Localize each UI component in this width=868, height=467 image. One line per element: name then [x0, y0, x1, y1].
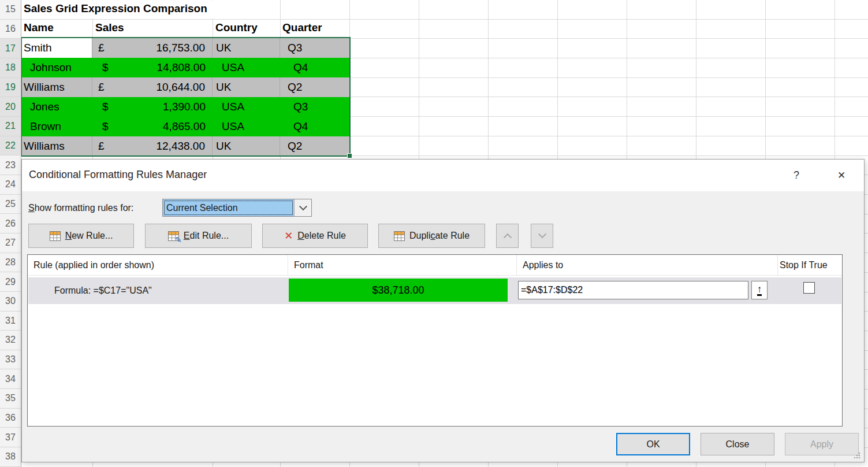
- row-header-15[interactable]: 15: [0, 0, 21, 20]
- amount: 4,865.00: [163, 120, 206, 133]
- delete-rule-label: Delete Rule: [297, 231, 346, 241]
- row-header-38[interactable]: 38: [0, 447, 21, 467]
- new-rule-button[interactable]: New Rule...: [28, 224, 134, 248]
- currency-symbol: $: [102, 120, 109, 133]
- column-header-country[interactable]: Country: [215, 21, 258, 34]
- resize-grip[interactable]: [854, 452, 860, 459]
- table-grid-icon: [394, 231, 405, 241]
- help-icon[interactable]: ?: [788, 166, 805, 184]
- cell-a21[interactable]: Brown: [21, 117, 92, 136]
- cell-c20[interactable]: USA: [213, 97, 280, 117]
- cell-d20[interactable]: Q3: [280, 97, 349, 117]
- cell-c21[interactable]: USA: [213, 117, 280, 136]
- edit-rule-button[interactable]: ✎ Edit Rule...: [145, 224, 252, 248]
- row-header-18[interactable]: 18: [0, 58, 21, 78]
- cell-d18[interactable]: Q4: [280, 58, 349, 77]
- chevron-down-icon[interactable]: [294, 199, 311, 216]
- cell-d21[interactable]: Q4: [280, 117, 349, 136]
- sheet-title[interactable]: Sales Grid Expression Comparison: [24, 2, 207, 15]
- row-header-24[interactable]: 24: [0, 175, 21, 195]
- row-header-17[interactable]: 17: [0, 39, 21, 58]
- cell-d22[interactable]: Q2: [280, 136, 349, 156]
- row-header-34[interactable]: 34: [0, 369, 21, 389]
- dropdown-selected-value: Current Selection: [163, 199, 294, 216]
- row-header-25[interactable]: 25: [0, 195, 21, 214]
- show-formatting-rules-label: Show formatting rules for:: [28, 203, 133, 213]
- range-selector-button[interactable]: ↑: [751, 281, 768, 299]
- close-icon[interactable]: ✕: [833, 166, 850, 184]
- sheet-row-20: Jones $ 1,390.00 USA Q3: [21, 97, 349, 117]
- column-header-quarter[interactable]: Quarter: [282, 21, 322, 34]
- chevron-up-icon: [503, 233, 511, 242]
- cell-c22[interactable]: UK: [213, 136, 280, 156]
- cell-a19[interactable]: Williams: [21, 77, 92, 97]
- show-rules-for-dropdown[interactable]: Current Selection: [162, 199, 312, 217]
- row-header-28[interactable]: 28: [0, 253, 21, 273]
- currency-symbol: £: [98, 140, 105, 153]
- ok-button[interactable]: OK: [616, 433, 690, 455]
- row-header-29[interactable]: 29: [0, 272, 21, 292]
- close-button[interactable]: Close: [701, 433, 774, 455]
- amount: 10,644.00: [156, 81, 205, 94]
- row-header-36[interactable]: 36: [0, 409, 21, 428]
- row-header-column: 15 16 17 18 19 20 21 22 23 24 25 26 27 2…: [0, 0, 21, 467]
- duplicate-rule-label: Duplicate Rule: [409, 231, 470, 241]
- delete-rule-button[interactable]: ✕ Delete Rule: [262, 224, 368, 248]
- amount: 16,753.00: [156, 42, 205, 54]
- excel-window: 15 16 17 18 19 20 21 22 23 24 25 26 27 2…: [0, 0, 868, 467]
- cell-d17[interactable]: Q3: [280, 38, 349, 58]
- rules-toolbar: New Rule... ✎ Edit Rule... ✕ Delete Rule…: [28, 224, 553, 248]
- row-header-22[interactable]: 22: [0, 136, 21, 156]
- edit-rule-label: Edit Rule...: [184, 231, 229, 241]
- applies-to-input[interactable]: [518, 281, 748, 299]
- row-header-32[interactable]: 32: [0, 331, 21, 350]
- fill-handle[interactable]: [347, 153, 352, 158]
- move-rule-up-button[interactable]: [496, 224, 519, 248]
- cell-b18[interactable]: $ 14,808.00: [92, 58, 213, 77]
- row-header-19[interactable]: 19: [0, 78, 21, 98]
- cell-c17[interactable]: UK: [213, 38, 280, 58]
- new-rule-label: New Rule...: [65, 231, 113, 241]
- duplicate-rule-button[interactable]: Duplicate Rule: [378, 224, 485, 248]
- row-header-20[interactable]: 20: [0, 97, 21, 117]
- cell-a20[interactable]: Jones: [21, 97, 92, 117]
- row-header-21[interactable]: 21: [0, 117, 21, 136]
- column-stop-if-true: Stop If True: [778, 255, 842, 275]
- cell-b22[interactable]: £ 12,438.00: [92, 136, 213, 156]
- pencil-icon: ✎: [175, 235, 182, 244]
- sheet-row-18: Johnson $ 14,808.00 USA Q4: [21, 58, 349, 77]
- sheet-row-22: Williams £ 12,438.00 UK Q2: [21, 136, 349, 156]
- cell-b19[interactable]: £ 10,644.00: [92, 77, 213, 97]
- row-header-31[interactable]: 31: [0, 312, 21, 331]
- dialog-titlebar[interactable]: Conditional Formatting Rules Manager ? ✕: [22, 160, 864, 191]
- row-header-35[interactable]: 35: [0, 389, 21, 409]
- row-header-30[interactable]: 30: [0, 292, 21, 312]
- column-header-sales[interactable]: Sales: [95, 21, 124, 34]
- cell-a18[interactable]: Johnson: [21, 58, 92, 77]
- stop-if-true-checkbox[interactable]: [803, 282, 815, 294]
- row-header-23[interactable]: 23: [0, 155, 21, 175]
- row-header-27[interactable]: 27: [0, 233, 21, 253]
- cell-d19[interactable]: Q2: [280, 77, 349, 97]
- apply-button[interactable]: Apply: [785, 433, 859, 455]
- rule-formula: Formula: =$C17="USA": [54, 286, 152, 296]
- conditional-formatting-rules-manager-dialog: Conditional Formatting Rules Manager ? ✕…: [21, 159, 865, 462]
- column-header-name[interactable]: Name: [24, 21, 54, 34]
- cell-b21[interactable]: $ 4,865.00: [92, 117, 213, 136]
- cell-b17[interactable]: £ 16,753.00: [92, 38, 213, 58]
- currency-symbol: $: [102, 101, 109, 113]
- cell-c19[interactable]: UK: [213, 77, 280, 97]
- currency-symbol: $: [102, 61, 109, 74]
- move-rule-down-button[interactable]: [531, 224, 553, 248]
- cell-b20[interactable]: $ 1,390.00: [92, 97, 213, 117]
- row-header-26[interactable]: 26: [0, 214, 21, 233]
- cell-c18[interactable]: USA: [213, 58, 280, 77]
- red-x-icon: ✕: [284, 229, 293, 242]
- row-header-16[interactable]: 16: [0, 20, 21, 39]
- cell-a17[interactable]: Smith: [21, 38, 92, 58]
- row-header-33[interactable]: 33: [0, 350, 21, 370]
- row-header-37[interactable]: 37: [0, 428, 21, 447]
- sheet-row-21: Brown $ 4,865.00 USA Q4: [21, 117, 349, 136]
- currency-symbol: £: [98, 81, 105, 94]
- cell-a22[interactable]: Williams: [21, 136, 92, 156]
